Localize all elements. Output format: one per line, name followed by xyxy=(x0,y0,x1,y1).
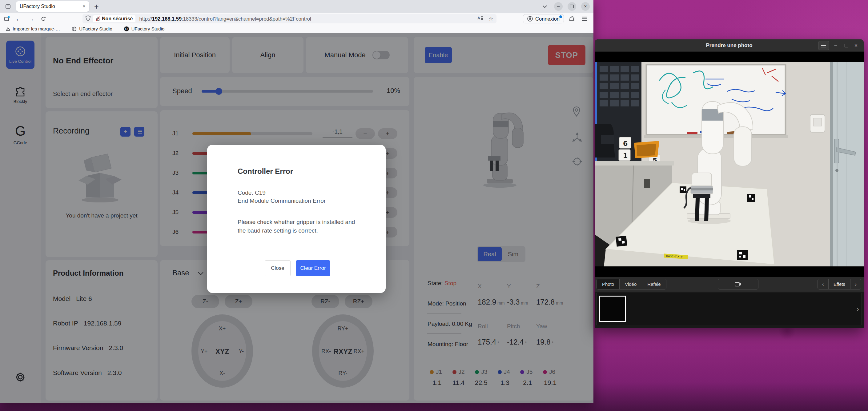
ufactory-logo-icon: U xyxy=(124,27,129,31)
firefox-view-icon[interactable] xyxy=(3,2,13,11)
bookmarks-bar: Importer les marque-… UFactory Studio U … xyxy=(0,25,593,33)
extensions-puzzle-icon[interactable] xyxy=(569,16,576,22)
account-icon xyxy=(527,16,533,22)
camera-switch-button[interactable] xyxy=(718,279,758,289)
security-chip[interactable]: Non sécurisé xyxy=(93,15,135,22)
reload-icon[interactable] xyxy=(41,16,46,22)
browser-tab[interactable]: UFactory Studio × xyxy=(16,1,89,12)
back-icon[interactable]: ← xyxy=(16,15,22,23)
signin-button[interactable]: Connexion xyxy=(523,14,564,23)
tab-title: UFactory Studio xyxy=(20,4,83,9)
modal-title: Controller Error xyxy=(238,167,293,176)
tab-burst[interactable]: Rafale xyxy=(642,279,666,289)
thumbnail-next-icon[interactable]: › xyxy=(856,304,859,314)
shield-icon[interactable] xyxy=(86,15,91,22)
url-actions: A ☆ xyxy=(477,15,493,23)
url-text: http://192.168.1.59:18333/control?lang=e… xyxy=(139,16,311,22)
security-label: Non sécurisé xyxy=(102,16,133,22)
bookmark-ufactory-globe[interactable]: UFactory Studio xyxy=(72,26,112,31)
browser-window: UFactory Studio × + – × ← → Non xyxy=(0,0,593,403)
svg-text:1: 1 xyxy=(623,152,628,160)
bookmark-ufactory-logo[interactable]: U UFactory Studio xyxy=(124,26,165,31)
effects-control: ‹ Effets › xyxy=(817,279,861,289)
modal-clear-error-button[interactable]: Clear Error xyxy=(296,260,330,276)
camera-minimize-button[interactable]: – xyxy=(832,39,840,52)
bookmark-import[interactable]: Importer les marque-… xyxy=(5,26,60,31)
effects-button[interactable]: Effets xyxy=(828,279,850,289)
camera-menu-button[interactable] xyxy=(818,41,829,50)
camera-window: Prendre une photo – × xyxy=(595,39,864,328)
modal-description: Please check whether gripper is installe… xyxy=(238,218,364,235)
camera-window-title: Prendre une photo xyxy=(706,42,752,49)
browser-window-controls: – × xyxy=(540,0,590,13)
sync-icon[interactable] xyxy=(4,16,10,22)
webcam-icon xyxy=(735,282,742,287)
camera-controls-bar: Photo Vidéo Rafale ‹ Effets › xyxy=(595,277,864,292)
maximize-button[interactable] xyxy=(567,2,576,11)
modal-error-code: Code: C19 End Module Communication Error xyxy=(238,189,326,205)
cube-number: 6 xyxy=(623,140,628,147)
modal-close-button[interactable]: Close xyxy=(265,260,290,276)
lock-slash-icon xyxy=(96,16,100,21)
globe-icon xyxy=(72,27,76,31)
bookmark-star-icon[interactable]: ☆ xyxy=(489,15,493,22)
forward-icon[interactable]: → xyxy=(28,15,34,23)
tab-close-icon[interactable]: × xyxy=(83,3,86,9)
tabs-list-chevron-icon[interactable] xyxy=(540,2,549,11)
ufactory-app: Live Control Blockly G GCode No End Effe… xyxy=(0,33,593,403)
effects-next-icon[interactable]: › xyxy=(850,279,861,289)
camera-mode-tabs: Photo Vidéo Rafale xyxy=(596,279,666,289)
camera-close-button[interactable]: × xyxy=(852,39,860,52)
tab-photo[interactable]: Photo xyxy=(597,279,620,289)
minimize-button[interactable]: – xyxy=(554,2,563,11)
camera-photo: 6 1 2 5 BASE -Y X -Y xyxy=(595,62,864,266)
svg-text:A: A xyxy=(477,16,480,20)
import-icon xyxy=(5,27,10,31)
camera-thumbnail-strip: › xyxy=(595,292,864,328)
browser-toolbar: ← → Non sécurisé http://192.168.1.59:183… xyxy=(0,13,593,25)
translate-icon[interactable]: A xyxy=(477,15,484,23)
photo-thumbnail[interactable] xyxy=(599,296,626,322)
controller-error-modal: Controller Error Code: C19 End Module Co… xyxy=(207,145,386,293)
close-button[interactable]: × xyxy=(581,2,590,11)
new-tab-button[interactable]: + xyxy=(94,2,99,11)
menu-hamburger-icon[interactable] xyxy=(582,17,587,21)
effects-prev-icon[interactable]: ‹ xyxy=(818,279,828,289)
url-bar[interactable]: Non sécurisé http://192.168.1.59:18333/c… xyxy=(83,14,496,23)
camera-viewfinder: 6 1 2 5 BASE -Y X -Y xyxy=(595,52,864,277)
camera-maximize-button[interactable] xyxy=(842,39,850,52)
tab-video[interactable]: Vidéo xyxy=(620,279,642,289)
notification-dot xyxy=(559,15,562,18)
thumbnail-tray: › xyxy=(596,293,862,325)
browser-tab-bar: UFactory Studio × + – × xyxy=(0,0,593,13)
